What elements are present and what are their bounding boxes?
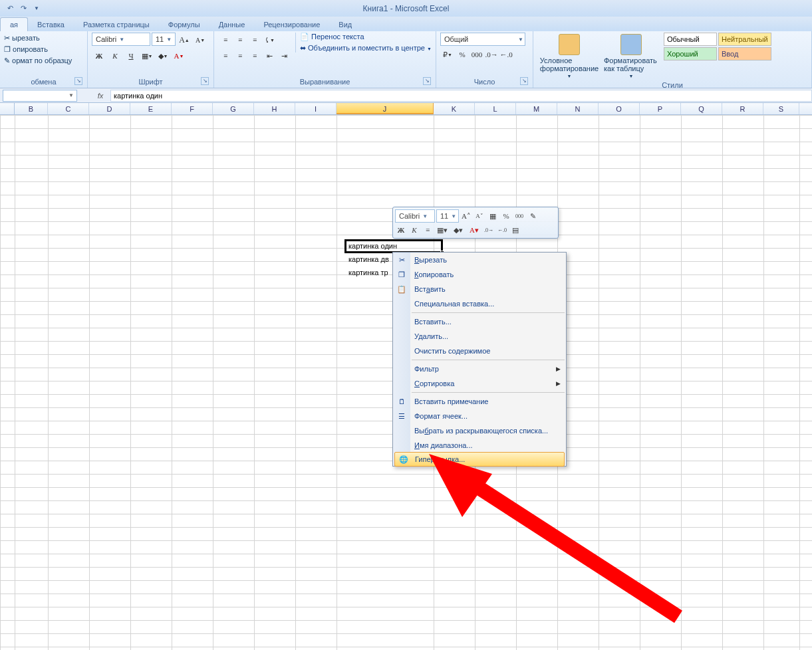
col-L[interactable]: L [475, 103, 516, 114]
ctx-range-name[interactable]: Имя диапазона... [393, 438, 566, 453]
tab-review[interactable]: Рецензирование [254, 18, 329, 31]
mini-bold-icon[interactable]: Ж [395, 224, 407, 236]
align-center-icon[interactable]: ≡ [233, 49, 247, 63]
mini-size-combo[interactable]: 11▼ [436, 209, 459, 223]
format-as-table-button[interactable]: Форматировать как таблицу▼ [601, 33, 661, 80]
undo-icon[interactable]: ↶ [4, 3, 16, 15]
number-format-combo[interactable]: Общий▼ [440, 33, 525, 46]
ctx-cut[interactable]: ✂Вырезать [393, 253, 566, 267]
format-painter-button[interactable]: ✎ ормат по образцу [4, 55, 72, 66]
align-bottom-icon[interactable]: ≡ [247, 33, 262, 47]
ctx-comment[interactable]: 🗒Вставить примечание [393, 394, 566, 409]
mini-italic-icon[interactable]: К [408, 224, 420, 236]
tab-view[interactable]: Вид [329, 18, 361, 31]
clipboard-launcher-icon[interactable]: ↘ [74, 77, 82, 85]
mini-grow-font-icon[interactable]: A˄ [460, 210, 472, 222]
col-M[interactable]: M [516, 103, 557, 114]
border-button[interactable]: ▦▼ [140, 49, 154, 63]
tab-data[interactable]: Данные [209, 18, 255, 31]
qat-dropdown-icon[interactable]: ▼ [31, 3, 43, 15]
formula-input[interactable]: картинка один [110, 90, 812, 102]
redo-icon[interactable]: ↷ [17, 3, 29, 15]
spreadsheet-grid[interactable]: картинка один картинка дв картинка тр Ca… [0, 115, 812, 650]
col-D[interactable]: D [89, 103, 130, 114]
mini-inc-decimal-icon[interactable]: .0→ [483, 224, 495, 236]
mini-merge-icon[interactable]: ▤ [509, 224, 521, 236]
conditional-formatting-button[interactable]: Условное форматирование▼ [537, 33, 601, 80]
grow-font-icon[interactable]: A▲ [177, 33, 192, 47]
merge-center-button[interactable]: ⬌ Объединить и поместить в центре ▼ [300, 44, 432, 53]
col-C[interactable]: C [48, 103, 89, 114]
wrap-text-button[interactable]: 📄 Перенос текста [300, 33, 432, 41]
mini-shrink-font-icon[interactable]: A˅ [474, 210, 485, 222]
mini-style-icon[interactable]: ▦ [487, 210, 499, 222]
ctx-sort[interactable]: Сортировка▶ [393, 376, 566, 391]
col-I[interactable]: I [295, 103, 337, 114]
tab-home[interactable]: ая [0, 17, 28, 31]
indent-decrease-icon[interactable]: ⇤ [262, 49, 277, 63]
col-B[interactable]: B [15, 103, 48, 114]
style-normal[interactable]: Обычный [664, 33, 717, 46]
col-E[interactable]: E [130, 103, 172, 114]
mini-dec-decimal-icon[interactable]: ←.0 [496, 224, 508, 236]
col-J[interactable]: J [337, 103, 434, 114]
copy-button[interactable]: ❐ опировать [4, 44, 72, 55]
align-top-icon[interactable]: ≡ [218, 33, 233, 47]
col-P[interactable]: P [640, 103, 681, 114]
col-F[interactable]: F [172, 103, 213, 114]
ctx-paste[interactable]: 📋Вставить [393, 282, 566, 296]
ctx-paste-special[interactable]: Специальная вставка... [393, 296, 566, 311]
orientation-icon[interactable]: ⤹▼ [262, 33, 277, 47]
ctx-clear[interactable]: Очистить содержимое [393, 344, 566, 358]
ctx-delete[interactable]: Удалить... [393, 329, 566, 344]
select-all-corner[interactable] [0, 103, 15, 114]
fx-icon[interactable]: fx [94, 92, 106, 100]
ctx-filter[interactable]: Фильтр▶ [393, 362, 566, 376]
ctx-insert[interactable]: Вставить... [393, 314, 566, 329]
ctx-pick-list[interactable]: Выбрать из раскрывающегося списка... [393, 423, 566, 438]
tab-formulas[interactable]: Формулы [159, 18, 209, 31]
mini-font-combo[interactable]: Calibri▼ [395, 209, 435, 223]
col-K[interactable]: K [434, 103, 475, 114]
decrease-decimal-icon[interactable]: ←.0 [499, 47, 513, 62]
align-right-icon[interactable]: ≡ [247, 49, 262, 63]
mini-align-icon[interactable]: ≡ [422, 224, 434, 236]
mini-font-color-icon[interactable]: A▾ [467, 224, 481, 236]
cell-j12[interactable]: картинка тр [346, 268, 390, 277]
comma-icon[interactable]: 000 [470, 47, 484, 62]
underline-button[interactable]: Ч [124, 49, 138, 63]
indent-increase-icon[interactable]: ⇥ [277, 49, 291, 63]
col-Q[interactable]: Q [681, 103, 722, 114]
tab-page-layout[interactable]: Разметка страницы [74, 18, 159, 31]
font-launcher-icon[interactable]: ↘ [201, 77, 209, 85]
style-input[interactable]: Ввод [718, 47, 771, 60]
col-R[interactable]: R [722, 103, 763, 114]
mini-comma-icon[interactable]: 000 [513, 210, 525, 222]
col-S[interactable]: S [763, 103, 799, 114]
shrink-font-icon[interactable]: A▼ [193, 33, 207, 47]
mini-format-painter-icon[interactable]: ✎ [527, 210, 539, 222]
tab-insert[interactable]: Вставка [28, 18, 74, 31]
col-O[interactable]: O [599, 103, 640, 114]
name-box[interactable]: ▼ [3, 90, 77, 102]
alignment-launcher-icon[interactable]: ↘ [423, 77, 431, 85]
italic-button[interactable]: К [108, 49, 122, 63]
col-G[interactable]: G [213, 103, 254, 114]
mini-border-icon[interactable]: ▦▾ [435, 224, 450, 236]
percent-icon[interactable]: % [455, 47, 470, 62]
increase-decimal-icon[interactable]: .0→ [484, 47, 499, 62]
ctx-hyperlink[interactable]: 🌐Гиперссылка... [394, 452, 565, 467]
fill-color-button[interactable]: ◆▼ [156, 49, 170, 63]
ctx-copy[interactable]: ❐Копировать [393, 267, 566, 282]
cell-j11[interactable]: картинка дв [346, 255, 391, 264]
cut-button[interactable]: ✂ ырезать [4, 33, 72, 44]
font-name-combo[interactable]: Calibri▼ [92, 33, 150, 46]
align-left-icon[interactable]: ≡ [218, 49, 233, 63]
bold-button[interactable]: Ж [92, 49, 106, 63]
font-color-button[interactable]: A▼ [172, 49, 186, 63]
currency-icon[interactable]: ₽▼ [440, 47, 455, 62]
col-N[interactable]: N [557, 103, 599, 114]
style-good[interactable]: Хороший [664, 47, 717, 60]
style-neutral[interactable]: Нейтральный [718, 33, 771, 46]
col-H[interactable]: H [254, 103, 295, 114]
